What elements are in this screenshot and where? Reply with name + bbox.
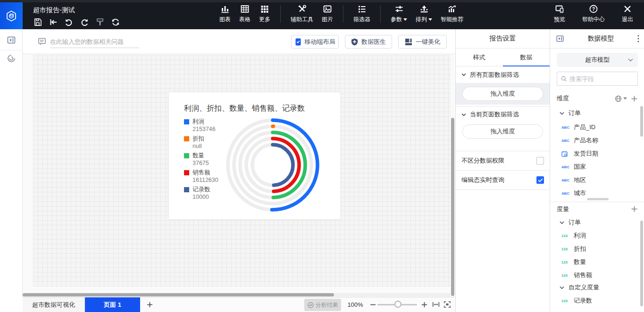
add-measure-icon[interactable] (631, 205, 638, 213)
search-icon (561, 75, 567, 82)
save-icon[interactable] (33, 17, 42, 27)
back-icon[interactable] (49, 17, 58, 27)
model-selector[interactable]: 超市模型 (557, 53, 638, 67)
field-row[interactable]: ABC产品_ID (550, 121, 644, 134)
zoom-slider-thumb[interactable] (394, 301, 401, 308)
dimension-group[interactable]: 订单 (550, 107, 644, 119)
preview-devices-icon (555, 4, 564, 14)
collapse-panel-icon[interactable] (556, 34, 564, 43)
layout-squares-icon (405, 38, 412, 46)
editor-canvas[interactable]: 利润、折扣、数量、销售额、记录数 利润 2153746 折扣 null 数量 3… (23, 54, 455, 297)
menu-chart[interactable]: 图表 (215, 4, 235, 24)
question-input[interactable] (50, 36, 139, 48)
toggle-checkbox[interactable] (536, 157, 544, 164)
sliders-icon (394, 4, 404, 14)
analysis-result-button[interactable]: 分析结果 (304, 299, 341, 311)
legend-value: 10000 (184, 193, 218, 201)
caret-down-icon (403, 18, 407, 21)
menu-help-center[interactable]: ? 帮助中心 (578, 4, 609, 24)
menu-more[interactable]: 更多 (255, 4, 275, 24)
shield-plus-icon (351, 38, 358, 46)
field-row[interactable]: ABC国家 (550, 160, 644, 173)
tab-data[interactable]: 数据 (503, 49, 550, 66)
zoom-in-button[interactable] (421, 297, 427, 312)
chevron-down-icon (560, 112, 564, 115)
arrange-icon (419, 4, 429, 14)
history-icon[interactable] (7, 54, 16, 63)
menu-filter[interactable]: 筛选器 (349, 4, 375, 24)
fit-width-icon[interactable] (432, 300, 440, 309)
data-doctor-button[interactable]: 数据医生 (345, 35, 392, 49)
legend-item[interactable]: 记录数 10000 (184, 186, 218, 201)
caret-down-icon (623, 97, 627, 100)
app-logo[interactable] (0, 2, 23, 29)
beautify-button[interactable]: 一键美化 (398, 35, 447, 49)
expand-panel-icon[interactable] (7, 35, 16, 45)
number-field-icon: 123 (561, 234, 569, 238)
fit-screen-icon[interactable] (443, 300, 452, 309)
field-row[interactable]: 123销售额 (550, 269, 644, 282)
mobile-layout-button[interactable]: 移动端布局 (291, 35, 339, 49)
globe-icon[interactable] (615, 95, 627, 102)
panel-scrollbar[interactable] (640, 221, 643, 306)
measures-header: 度量 (550, 202, 644, 216)
tab-style[interactable]: 样式 (456, 49, 503, 66)
legend-swatch (184, 153, 189, 158)
menu-table[interactable]: 表格 (235, 4, 255, 24)
check-icon (538, 178, 543, 182)
chart-widget[interactable]: 利润、折扣、数量、销售额、记录数 利润 2153746 折扣 null 数量 3… (169, 92, 340, 219)
toggle-checkbox[interactable] (536, 176, 544, 184)
refresh-icon[interactable] (111, 17, 120, 27)
field-row[interactable]: 123利润 (550, 229, 644, 242)
close-icon (623, 4, 632, 14)
drop-dimension-zone[interactable]: 拖入维度 (462, 87, 543, 101)
drop-dimension-zone[interactable]: 拖入维度 (462, 124, 543, 139)
field-search-box[interactable] (557, 72, 638, 86)
zoom-slider[interactable] (377, 304, 417, 305)
legend-item[interactable]: 折扣 null (184, 135, 218, 150)
format-brush-icon[interactable] (95, 17, 105, 27)
undo-icon[interactable] (64, 17, 74, 27)
kebab-menu-icon[interactable] (637, 35, 639, 42)
field-row[interactable]: 123记录数 (550, 294, 644, 307)
canvas-horizontal-scrollbar[interactable] (23, 293, 334, 296)
panel-scrollbar[interactable] (640, 106, 643, 137)
field-row[interactable]: 123数量 (550, 255, 644, 269)
menu-arrange[interactable]: 排列 (411, 4, 436, 24)
field-search-input[interactable] (569, 75, 634, 82)
settings-panel-title: 报告设置 (456, 29, 550, 49)
menu-params[interactable]: 参数 (386, 4, 411, 24)
analysis-icon (308, 302, 314, 308)
redo-icon[interactable] (80, 17, 89, 27)
legend-item[interactable]: 数量 37675 (184, 152, 218, 167)
canvas-vertical-scrollbar[interactable] (451, 118, 454, 296)
slider-tick (418, 302, 419, 308)
mini-horizontal-scrollbar[interactable] (587, 198, 609, 200)
page-tab-active[interactable]: 页面 1 (85, 297, 140, 312)
menu-exit[interactable]: 退出 (618, 4, 637, 24)
menu-image[interactable]: 图片 (318, 4, 337, 24)
text-field-icon: ABC (561, 191, 569, 196)
menu-preview[interactable]: 预览 (550, 4, 569, 24)
legend-item[interactable]: 利润 2153746 (184, 118, 218, 133)
canvas-hscroll-track (23, 293, 451, 296)
menu-aux-tools[interactable]: 辅助工具 (286, 4, 318, 24)
field-row[interactable]: ABC地区 (550, 173, 644, 187)
section-all-pages-filter[interactable]: 所有页面数据筛选 (456, 66, 550, 83)
menu-smart-recommend[interactable]: 智能推荐 (436, 4, 468, 24)
field-row[interactable]: ABC产品名称 (550, 134, 644, 147)
text-field-icon: ABC (561, 165, 569, 169)
chart-legend: 利润 2153746 折扣 null 数量 37675 销售额 16112630… (184, 118, 218, 203)
svg-text:?: ? (592, 7, 595, 12)
add-page-button[interactable] (140, 297, 159, 312)
field-row[interactable]: 123折扣 (550, 242, 644, 255)
section-current-page-filter[interactable]: 当前页面数据筛选 (456, 106, 550, 123)
add-dimension-icon[interactable] (631, 95, 638, 102)
field-row[interactable]: 发货日期 (550, 147, 644, 160)
custom-measure-group[interactable]: 自定义度量 (550, 282, 644, 293)
measure-group[interactable]: 订单 (550, 217, 644, 228)
report-tab[interactable]: 超市数据可视化 (23, 297, 85, 312)
legend-item[interactable]: 销售额 16112630 (184, 169, 218, 184)
chevron-down-icon (461, 113, 466, 116)
rail-divider (0, 50, 22, 50)
